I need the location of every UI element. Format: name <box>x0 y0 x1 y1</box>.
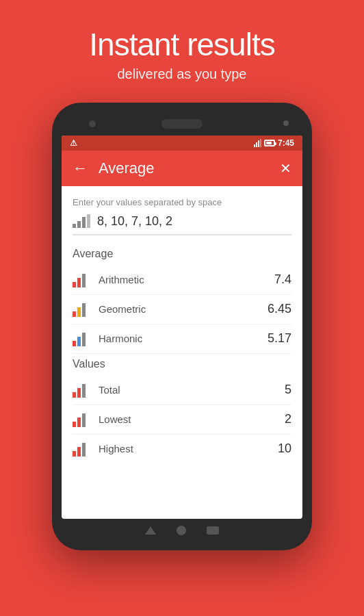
hero-title: Instant results <box>89 27 274 62</box>
input-row[interactable]: 8, 10, 7, 10, 2 <box>73 214 291 235</box>
total-icon <box>73 383 89 398</box>
lowest-row: Lowest 2 <box>73 405 291 435</box>
home-nav-icon[interactable] <box>177 526 186 535</box>
phone-camera <box>89 120 96 127</box>
harmonic-icon <box>73 331 89 346</box>
geometric-label: Geometric <box>99 303 258 315</box>
arithmetic-value: 7.4 <box>274 272 291 287</box>
highest-row: Highest 10 <box>73 435 291 463</box>
highest-label: Highest <box>99 443 268 454</box>
harmonic-value: 5.17 <box>268 331 291 346</box>
lowest-value: 2 <box>285 412 291 426</box>
geometric-icon <box>73 302 89 317</box>
phone-speaker <box>161 119 203 129</box>
average-section-title: Average <box>73 248 291 260</box>
warning-icon: ⚠ <box>70 138 77 148</box>
total-label: Total <box>99 384 275 396</box>
close-button[interactable]: ✕ <box>280 160 291 177</box>
lowest-label: Lowest <box>99 413 275 425</box>
phone-flash <box>283 120 289 126</box>
app-content: Enter your values separated by space 8, … <box>62 186 302 474</box>
recents-nav-icon[interactable] <box>207 526 219 535</box>
hero-subtitle: delivered as you type <box>89 66 274 82</box>
app-toolbar: ← Average ✕ <box>62 151 302 186</box>
lowest-icon <box>73 412 89 427</box>
battery-icon <box>264 140 275 146</box>
status-bar: ⚠ 7:45 <box>62 136 302 151</box>
back-button[interactable]: ← <box>73 159 88 177</box>
harmonic-row: Harmonic 5.17 <box>73 324 291 354</box>
input-chart-icon <box>73 214 90 228</box>
input-label: Enter your values separated by space <box>73 197 291 207</box>
values-section: Values Total 5 Lowest 2 <box>73 358 291 463</box>
signal-icon <box>254 139 261 147</box>
hero-section: Instant results delivered as you type <box>75 0 288 96</box>
phone-mockup: ⚠ 7:45 ← Average ✕ <box>52 103 312 550</box>
status-icons: 7:45 <box>254 138 294 148</box>
phone-bottom-nav <box>62 519 302 538</box>
harmonic-label: Harmonic <box>99 333 258 344</box>
values-section-title: Values <box>73 358 291 370</box>
arithmetic-row: Arithmetic 7.4 <box>73 266 291 295</box>
status-time: 7:45 <box>278 138 294 148</box>
arithmetic-label: Arithmetic <box>99 274 265 285</box>
phone-screen: ⚠ 7:45 ← Average ✕ <box>62 136 302 519</box>
phone-top-bar <box>62 115 302 136</box>
toolbar-title: Average <box>99 159 280 177</box>
input-value[interactable]: 8, 10, 7, 10, 2 <box>97 214 291 229</box>
highest-icon <box>73 441 89 457</box>
total-row: Total 5 <box>73 376 291 405</box>
geometric-row: Geometric 6.45 <box>73 295 291 324</box>
arithmetic-icon <box>73 272 89 287</box>
highest-value: 10 <box>278 441 291 456</box>
total-value: 5 <box>285 383 291 397</box>
geometric-value: 6.45 <box>268 302 291 316</box>
back-nav-icon[interactable] <box>145 526 156 535</box>
